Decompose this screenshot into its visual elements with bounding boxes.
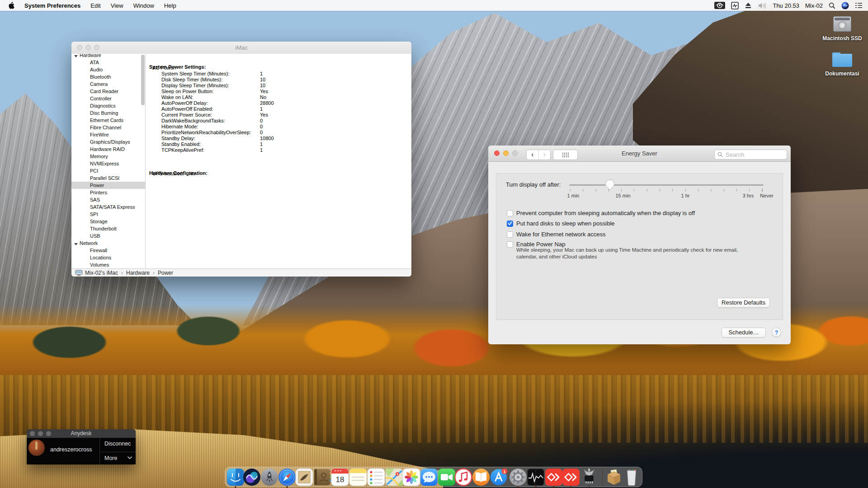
reminders-icon [367,468,385,486]
nvidia-icon[interactable] [714,2,725,9]
disclosure-triangle-icon[interactable] [74,243,78,245]
sidebar-item-volumes[interactable]: Volumes [71,261,145,268]
display-off-slider-track[interactable] [569,184,764,186]
menu-user-name[interactable]: Mix-02 [805,2,823,9]
disconnect-button[interactable]: Disconnec [104,441,131,447]
dock-divider [602,469,603,485]
dock-item-anydesk-2[interactable] [562,468,580,486]
breadcrumb-computer[interactable]: Mix-02's iMac [85,270,118,276]
breadcrumb-hardware[interactable]: Hardware [126,270,150,276]
desktop-icon-dokumentasi[interactable]: Dokumentasi [820,52,865,77]
sidebar-item-ethernet-cards[interactable]: Ethernet Cards [71,117,145,124]
checkbox-wake-ethernet[interactable] [507,231,513,238]
anydesk-titlebar[interactable]: Anydesk [27,429,136,438]
desktop-icon-macintosh-ssd[interactable]: Macintosh SSD [820,16,865,42]
setting-row: Hibernate Mode:0 [152,124,274,130]
dock-item-notes[interactable] [349,468,367,486]
sidebar-group-hardware[interactable]: Hardware [71,54,145,59]
dock-item-oscilloscope[interactable] [527,468,545,486]
checkbox-prevent-sleep[interactable] [507,210,513,216]
dock-item-launchpad[interactable] [260,468,278,486]
sidebar-item-memory[interactable]: Memory [71,153,145,160]
sidebar-item-nvmexpress[interactable]: NVMExpress [71,160,145,167]
sidebar-item-sata[interactable]: SATA/SATA Express [71,203,145,211]
checkbox-row-hard-disk-sleep: Put hard disks to sleep when possible [507,220,615,227]
restore-defaults-button[interactable]: Restore Defaults [717,298,770,308]
setting-row: Disk Sleep Timer (Minutes):10 [152,77,274,83]
dock-item-photos[interactable] [402,468,420,486]
search-field[interactable] [714,150,787,160]
sidebar-item-firewire[interactable]: FireWire [71,131,145,138]
volume-icon[interactable] [758,2,767,9]
energy-saver-titlebar[interactable]: ‹ › Energy Saver [488,145,791,162]
menu-clock[interactable]: Thu 20.53 [773,2,799,9]
sidebar-item-parallel-scsi[interactable]: Parallel SCSI [71,174,145,182]
menu-view[interactable]: View [111,2,123,9]
dock-item-system-preferences[interactable] [509,468,527,486]
sidebar-item-thunderbolt[interactable]: Thunderbolt [71,225,145,232]
sidebar-item-disc-burning[interactable]: Disc Burning [71,109,145,117]
sidebar-item-camera[interactable]: Camera [71,80,145,88]
dock-item-facetime[interactable] [438,468,456,486]
apple-menu-icon[interactable] [8,2,14,9]
dock-item-finder[interactable] [226,468,245,486]
sidebar-item-ata[interactable]: ATA [71,59,145,66]
sidebar-item-firewall[interactable]: Firewall [71,247,145,254]
chevron-down-icon[interactable] [127,456,132,460]
sidebar-item-controller[interactable]: Controller [71,95,145,102]
sidebar-item-hardware-raid[interactable]: Hardware RAID [71,145,145,153]
sidebar-item-storage[interactable]: Storage [71,218,145,225]
sidebar-item-card-reader[interactable]: Card Reader [71,88,145,95]
menu-edit[interactable]: Edit [90,2,100,9]
dock-item-installer-package[interactable] [605,468,623,486]
menu-window[interactable]: Window [133,2,154,9]
checkbox-power-nap[interactable] [507,241,513,248]
dock-item-chip-extractor[interactable] [580,468,598,486]
checkbox-hard-disk-sleep[interactable] [507,221,513,227]
display-off-slider-thumb[interactable] [605,179,615,192]
dock-item-calendar[interactable]: 18 [331,468,349,486]
more-button[interactable]: More [104,455,117,461]
menu-app-name[interactable]: System Preferences [24,2,80,9]
dock-item-mail[interactable] [295,468,313,486]
sidebar-item-printers[interactable]: Printers [71,189,145,196]
dock-item-ibooks[interactable] [472,468,490,486]
dock-item-safari[interactable] [278,468,296,486]
notification-list-icon[interactable] [855,2,863,9]
dock-item-anydesk[interactable] [545,468,563,486]
dock-item-maps[interactable] [385,468,403,486]
siri-icon[interactable] [841,2,849,9]
sidebar-item-spi[interactable]: SPI [71,211,145,218]
sidebar-scrollbar-thumb[interactable] [141,55,145,105]
dock-item-itunes[interactable] [454,468,472,486]
sidebar-item-usb[interactable]: USB [71,232,145,239]
eject-icon[interactable] [745,2,752,9]
sidebar-item-fibre-channel[interactable]: Fibre Channel [71,124,145,131]
search-icon[interactable] [829,2,835,9]
sidebar-item-bluetooth[interactable]: Bluetooth [71,73,145,80]
sidebar-item-pci[interactable]: PCI [71,167,145,174]
dock-item-app-store[interactable]: 1 [490,468,508,486]
group-label-ac-power: AC Power: [152,65,274,71]
sidebar-item-graphics-displays[interactable]: Graphics/Displays [71,138,145,145]
breadcrumb-power[interactable]: Power [158,270,173,276]
activity-icon[interactable] [731,2,739,9]
menu-help[interactable]: Help [164,2,176,9]
dock-item-trash[interactable] [623,468,641,486]
dock-item-siri[interactable] [243,468,261,486]
dock-item-reminders[interactable] [367,468,385,486]
sidebar-group-network[interactable]: Network [71,239,145,247]
sidebar-item-locations[interactable]: Locations [71,254,145,261]
sidebar-item-audio[interactable]: Audio [71,66,145,73]
disclosure-triangle-icon[interactable] [74,55,78,57]
system-information-titlebar[interactable]: iMac [71,42,411,54]
sidebar-item-sas[interactable]: SAS [71,196,145,203]
sidebar-item-diagnostics[interactable]: Diagnostics [71,102,145,109]
search-input[interactable] [725,151,781,159]
help-button[interactable]: ? [772,328,781,337]
schedule-button[interactable]: Schedule… [722,328,766,338]
sidebar-item-power[interactable]: Power [71,182,145,189]
dock-item-messages[interactable] [420,468,438,486]
tick-label-1hr: 1 hr [681,193,690,198]
dock-item-contacts[interactable] [313,468,331,486]
